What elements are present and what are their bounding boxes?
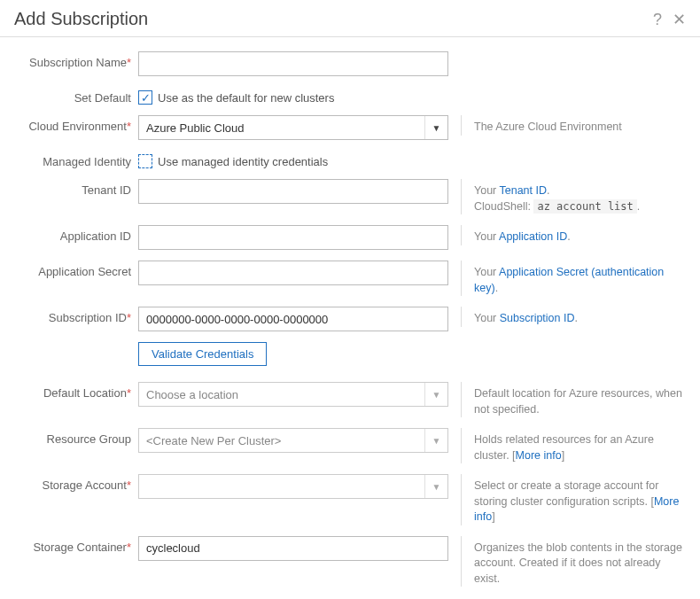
row-cloud-environment: Cloud Environment* Azure Public Cloud ▼ … (14, 115, 686, 140)
row-storage-account: Storage Account* ▼ Select or create a st… (14, 474, 686, 525)
application-id-link[interactable]: Application ID (499, 230, 567, 243)
resource-group-select[interactable]: <Create New Per Cluster> ▼ (138, 428, 448, 453)
storage-account-select[interactable]: ▼ (138, 474, 448, 499)
header-icons: ? ✕ (653, 12, 686, 27)
row-resource-group: Resource Group <Create New Per Cluster> … (14, 428, 686, 463)
chevron-down-icon: ▼ (424, 116, 447, 139)
row-application-id: Application ID Your Application ID. (14, 225, 686, 250)
label-cloud-environment: Cloud Environment* (14, 115, 138, 133)
application-secret-link[interactable]: Application Secret (authentication key) (474, 266, 664, 294)
row-default-location: Default Location* Choose a location ▼ De… (14, 382, 686, 417)
label-default-location: Default Location* (14, 382, 138, 400)
row-subscription-name: Subscription Name* (14, 51, 686, 76)
help-resource-group: Holds related resources for an Azure clu… (461, 428, 686, 463)
default-location-value: Choose a location (139, 388, 424, 401)
form-body: Subscription Name* Set Default ✓ Use as … (0, 37, 700, 599)
subscription-id-link[interactable]: Subscription ID (500, 312, 575, 324)
managed-identity-checkbox-label: Use managed identity credentials (158, 155, 328, 168)
row-managed-identity: Managed Identity ✓ Use managed identity … (14, 151, 686, 168)
label-storage-account: Storage Account* (14, 474, 138, 492)
help-application-id: Your Application ID. (461, 225, 686, 245)
row-validate: Validate Credentials (14, 342, 686, 366)
cloud-environment-select[interactable]: Azure Public Cloud ▼ (138, 115, 448, 140)
help-icon[interactable]: ? (653, 12, 662, 27)
checkbox-empty-icon: ✓ (138, 154, 152, 168)
help-default-location: Default location for Azure resources, wh… (461, 382, 686, 417)
dialog-title: Add Subscription (14, 9, 148, 29)
row-tenant-id: Tenant ID Your Tenant ID. CloudShell: az… (14, 179, 686, 214)
dialog-header: Add Subscription ? ✕ (0, 0, 700, 37)
row-storage-container: Storage Container* Organizes the blob co… (14, 536, 686, 587)
resource-group-more-info-link[interactable]: More info (516, 449, 562, 462)
label-managed-identity: Managed Identity (14, 151, 138, 168)
label-set-default: Set Default (14, 87, 138, 105)
label-resource-group: Resource Group (14, 428, 138, 446)
row-set-default: Set Default ✓ Use as the default for new… (14, 87, 686, 105)
application-secret-input[interactable] (138, 261, 448, 285)
chevron-down-icon: ▼ (424, 429, 447, 452)
help-cloud-environment: The Azure Cloud Environment (461, 115, 686, 136)
add-subscription-dialog: Add Subscription ? ✕ Subscription Name* … (0, 0, 700, 599)
tenant-id-input[interactable] (138, 179, 448, 204)
label-application-id: Application ID (14, 225, 138, 243)
cloud-environment-value: Azure Public Cloud (139, 121, 424, 135)
application-id-input[interactable] (138, 225, 448, 250)
row-application-secret: Application Secret Your Application Secr… (14, 261, 686, 296)
checkmark-icon: ✓ (138, 90, 152, 105)
resource-group-value: <Create New Per Cluster> (139, 434, 424, 447)
help-storage-account: Select or create a storage account for s… (461, 474, 686, 525)
cloudshell-command: az account list (533, 199, 636, 214)
subscription-name-input[interactable] (138, 51, 448, 76)
label-storage-container: Storage Container* (14, 536, 138, 554)
default-location-select[interactable]: Choose a location ▼ (138, 382, 448, 407)
chevron-down-icon: ▼ (424, 475, 447, 498)
label-subscription-id: Subscription ID* (14, 307, 138, 324)
help-subscription-id: Your Subscription ID. (461, 307, 686, 327)
help-application-secret: Your Application Secret (authentication … (461, 261, 686, 296)
managed-identity-checkbox[interactable]: ✓ Use managed identity credentials (138, 151, 328, 168)
close-icon[interactable]: ✕ (673, 12, 686, 27)
set-default-checkbox-label: Use as the default for new clusters (158, 91, 334, 105)
subscription-id-input[interactable] (138, 307, 448, 331)
row-subscription-id: Subscription ID* Your Subscription ID. (14, 307, 686, 331)
label-application-secret: Application Secret (14, 261, 138, 278)
tenant-id-link[interactable]: Tenant ID (500, 184, 548, 197)
storage-container-input[interactable] (138, 536, 448, 561)
label-tenant-id: Tenant ID (14, 179, 138, 197)
help-tenant-id: Your Tenant ID. CloudShell: az account l… (461, 179, 686, 214)
help-storage-container: Organizes the blob contents in the stora… (461, 536, 686, 587)
label-subscription-name: Subscription Name* (14, 51, 138, 69)
set-default-checkbox[interactable]: ✓ Use as the default for new clusters (138, 87, 334, 105)
chevron-down-icon: ▼ (424, 383, 447, 406)
validate-credentials-button[interactable]: Validate Credentials (138, 342, 267, 366)
